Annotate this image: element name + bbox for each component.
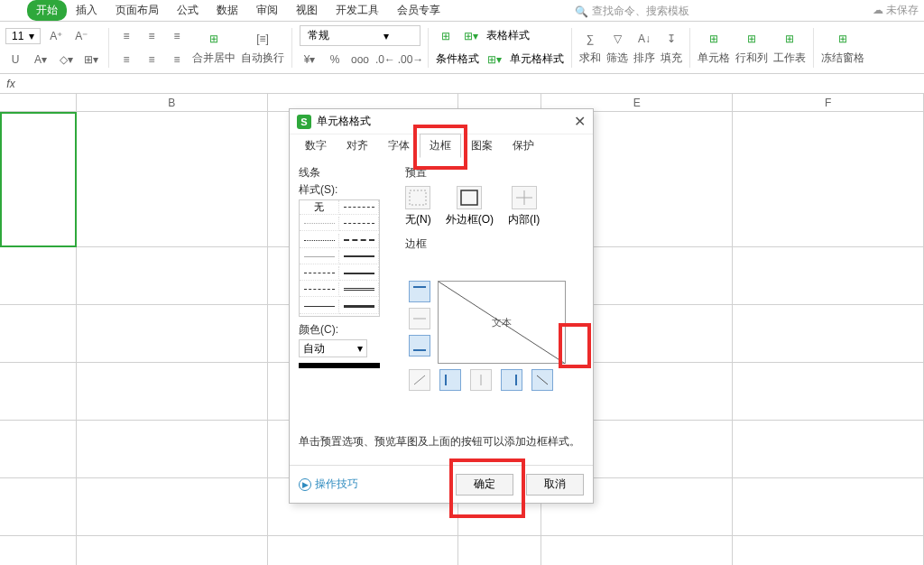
selected-cell[interactable] (0, 112, 77, 247)
line-style-opt[interactable] (300, 234, 339, 248)
align-center-icon[interactable]: ≡ (142, 50, 162, 69)
cells[interactable]: ⊞单元格 (698, 29, 730, 66)
close-icon[interactable]: ✕ (574, 113, 586, 130)
line-style-opt[interactable] (339, 282, 379, 297)
fill-color-icon[interactable]: ◇▾ (56, 50, 76, 69)
cell[interactable] (0, 247, 77, 305)
preset-none-button[interactable] (405, 186, 430, 209)
cell[interactable] (77, 305, 268, 363)
border-bottom-button[interactable] (409, 335, 430, 357)
dialog-titlebar[interactable]: S 单元格格式 ✕ (290, 109, 593, 134)
line-style-list[interactable]: 无 (299, 199, 380, 317)
cell[interactable] (0, 305, 77, 363)
cell[interactable] (0, 478, 77, 536)
preset-inner-button[interactable] (512, 186, 537, 209)
filter[interactable]: ▽筛选 (606, 29, 628, 66)
cell[interactable] (77, 247, 268, 305)
cell[interactable] (77, 478, 268, 536)
align-middle-icon[interactable]: ≡ (142, 26, 162, 46)
line-style-opt[interactable] (339, 217, 379, 231)
worksheet[interactable]: ⊞工作表 (773, 29, 806, 66)
cell[interactable] (733, 536, 924, 565)
freeze-panes[interactable]: ⊞冻结窗格 (821, 29, 864, 66)
wrap-text[interactable]: [≡] 自动换行 (241, 29, 284, 66)
line-style-opt[interactable] (339, 234, 379, 248)
row-col[interactable]: ⊞行和列 (735, 29, 768, 66)
sum[interactable]: ∑求和 (579, 29, 601, 66)
formula-input[interactable] (22, 75, 924, 93)
line-color-combo[interactable]: 自动▾ (299, 339, 367, 357)
fill[interactable]: ↧填充 (661, 29, 682, 66)
border-diag-up-button[interactable] (409, 369, 430, 391)
command-search[interactable]: 🔍 查找命令、搜索模板 (575, 4, 689, 19)
cell[interactable] (268, 536, 459, 565)
cell[interactable] (733, 247, 924, 305)
number-format-combo[interactable]: 常规▾ (300, 25, 420, 46)
tab-view[interactable]: 视图 (287, 0, 327, 21)
cell[interactable] (458, 536, 541, 565)
line-style-opt[interactable] (339, 250, 379, 264)
sort[interactable]: A↓排序 (633, 29, 655, 66)
decrease-font-icon[interactable]: A⁻ (71, 26, 91, 46)
line-style-opt[interactable] (339, 300, 379, 314)
border-top-button[interactable] (409, 281, 430, 302)
cell[interactable] (733, 305, 924, 363)
cell[interactable] (77, 363, 268, 421)
align-bottom-icon[interactable]: ≡ (167, 26, 187, 46)
font-size-combo[interactable]: 11▾ (5, 28, 41, 44)
cell[interactable] (0, 536, 77, 565)
dlg-tab-border[interactable]: 边框 (420, 134, 461, 158)
line-style-opt[interactable] (300, 217, 339, 231)
cloud-status[interactable]: 未保存 (873, 3, 919, 18)
dlg-tab-align[interactable]: 对齐 (337, 134, 378, 158)
percent-icon[interactable]: % (325, 50, 345, 69)
line-style-none[interactable]: 无 (300, 200, 339, 215)
font-color-icon[interactable]: A▾ (31, 50, 51, 69)
col-header-blank[interactable] (0, 94, 77, 112)
border-left-button[interactable] (439, 369, 461, 391)
cell[interactable] (733, 112, 924, 247)
dlg-tab-number[interactable]: 数字 (295, 134, 337, 158)
align-right-icon[interactable]: ≡ (167, 50, 187, 69)
dlg-tab-protect[interactable]: 保护 (503, 134, 544, 158)
decrease-decimal-icon[interactable]: .0← (375, 50, 395, 69)
ok-button[interactable]: 确定 (456, 474, 513, 496)
border-right-button[interactable] (501, 369, 522, 391)
increase-font-icon[interactable]: A⁺ (46, 26, 66, 46)
tab-formula[interactable]: 公式 (168, 0, 208, 21)
col-header-f[interactable]: F (733, 94, 924, 112)
line-style-opt[interactable] (339, 200, 379, 215)
line-style-opt[interactable] (300, 266, 339, 281)
line-style-opt[interactable] (339, 266, 379, 281)
merge-center[interactable]: ⊞ 合并居中 (192, 29, 236, 66)
underline-icon[interactable]: U (5, 50, 25, 69)
comma-style-icon[interactable]: ooo (350, 50, 370, 69)
tab-page-layout[interactable]: 页面布局 (106, 0, 168, 21)
cell[interactable] (541, 536, 733, 565)
line-style-opt[interactable] (300, 300, 339, 314)
tab-insert[interactable]: 插入 (67, 0, 106, 21)
tab-member[interactable]: 会员专享 (388, 0, 449, 21)
increase-decimal-icon[interactable]: .00→ (401, 50, 420, 69)
tab-dev-tools[interactable]: 开发工具 (327, 0, 388, 21)
line-style-opt[interactable] (300, 282, 339, 297)
border-diag-down-button[interactable] (531, 369, 553, 391)
cond-fmt-icon[interactable]: ⊞ (436, 26, 456, 46)
cell[interactable] (733, 421, 924, 478)
cell[interactable] (77, 112, 268, 247)
currency-icon[interactable]: ¥▾ (300, 50, 319, 69)
tab-review[interactable]: 审阅 (247, 0, 287, 21)
align-top-icon[interactable]: ≡ (116, 26, 136, 46)
cell[interactable] (0, 421, 77, 478)
cond-fmt-label[interactable]: 条件格式 (436, 51, 479, 67)
border-middle-v-button[interactable] (470, 369, 492, 391)
dlg-tab-pattern[interactable]: 图案 (461, 134, 503, 158)
preset-outer-button[interactable] (457, 186, 482, 209)
border-preview[interactable]: 文本 (438, 281, 566, 364)
tab-data[interactable]: 数据 (208, 0, 247, 21)
table-style-icon[interactable]: ⊞▾ (461, 26, 481, 46)
tips-link[interactable]: 操作技巧 (299, 477, 358, 492)
cell[interactable] (77, 536, 268, 565)
tab-start[interactable]: 开始 (27, 0, 67, 21)
fx-label[interactable]: fx (0, 78, 22, 90)
